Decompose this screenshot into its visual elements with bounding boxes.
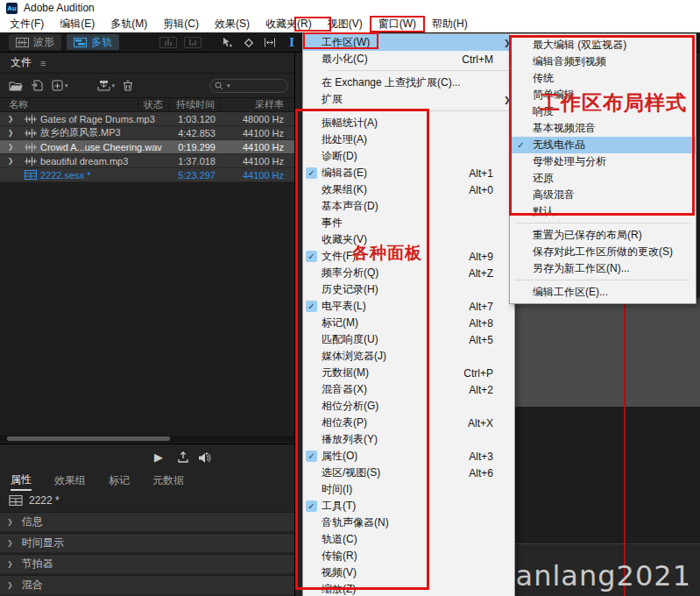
expand-chevron-icon[interactable]: ❯ xyxy=(0,115,21,123)
expand-chevron-icon[interactable]: ❯ xyxy=(0,143,21,151)
menu-item[interactable]: 频率分析(Q) Alt+Z xyxy=(303,265,514,281)
spectral-frequency-icon[interactable] xyxy=(159,37,177,48)
menu-item[interactable]: 工具(T) xyxy=(303,498,514,514)
time-selection-tool-icon[interactable] xyxy=(263,35,277,49)
menu-item[interactable]: 事件 xyxy=(303,215,514,231)
menu-item[interactable]: 响度 xyxy=(510,103,696,120)
menu-item[interactable]: 匹配响度(U) Alt+5 xyxy=(303,331,514,348)
menu-item[interactable]: 效果组(K) Alt+0 xyxy=(303,181,514,198)
menu-item[interactable]: 时间(I) xyxy=(303,481,514,498)
file-row[interactable]: ❯ Gates of Rage Drums.mp3 1:03.120 48000… xyxy=(0,112,294,126)
expand-chevron-icon[interactable]: ❯ xyxy=(0,157,21,165)
menu-item[interactable]: 电平表(L) Alt+7 xyxy=(303,298,514,315)
menu-item[interactable]: 选区/视图(S) Alt+6 xyxy=(303,465,514,481)
menu-item[interactable]: 最大编辑 (双监视器) xyxy=(510,37,696,53)
panel-menu-icon[interactable]: ≡ xyxy=(40,58,46,68)
menu-item[interactable]: 保存对此工作区所做的更改(S) xyxy=(510,244,696,260)
file-row[interactable]: ❯ 2222.sesx * 5:23.297 44100 Hz xyxy=(0,168,294,182)
menubar-item[interactable]: 文件(F) xyxy=(2,17,52,32)
file-row[interactable]: ❯ beautiful dream.mp3 1:37.018 44100 Hz xyxy=(0,154,294,168)
menu-item[interactable]: 媒体浏览器(J) xyxy=(303,348,514,365)
column-duration[interactable]: 持续时间 xyxy=(170,98,221,111)
menu-item[interactable] xyxy=(328,110,511,111)
razor-tool-icon[interactable] xyxy=(241,35,255,49)
menu-item[interactable]: 编辑工作区(E)... xyxy=(510,284,696,301)
menu-item[interactable]: 默认 xyxy=(510,203,696,220)
menu-item[interactable]: 高级混音 xyxy=(510,187,696,203)
menu-item[interactable]: 编辑器(E) Alt+1 xyxy=(303,165,514,181)
menu-item[interactable]: 元数据(M) Ctrl+P xyxy=(303,365,514,381)
new-item-button[interactable]: ▾ xyxy=(52,80,68,91)
menu-item[interactable]: 重置为已保存的布局(R) xyxy=(510,227,696,244)
column-sample-rate[interactable]: 采样率 xyxy=(221,98,294,111)
expand-chevron-icon[interactable]: ❯ xyxy=(0,129,21,137)
menubar-item[interactable]: 剪辑(C) xyxy=(155,17,207,32)
save-session-button[interactable]: ▾ xyxy=(97,80,116,91)
collapsible-section[interactable]: ❯ 混合 xyxy=(0,575,294,594)
menubar-item[interactable]: 多轨(M) xyxy=(103,17,155,32)
move-tool-icon[interactable] xyxy=(219,35,233,49)
panel-tab[interactable]: 属性 xyxy=(11,471,32,491)
menu-item[interactable]: 诊断(D) xyxy=(303,148,514,165)
playhead-line[interactable] xyxy=(624,295,626,596)
multitrack-view-button[interactable]: 多轨 xyxy=(67,34,119,50)
menu-item[interactable]: 属性(O) Alt+3 xyxy=(303,448,514,465)
menu-item[interactable]: 在 Exchange 上查找扩展(C)... xyxy=(303,74,514,91)
ibeam-tool-icon[interactable]: I xyxy=(285,35,299,49)
menu-item[interactable]: 文件(F) Alt+9 xyxy=(303,248,514,265)
menu-item[interactable]: 基本视频混音 xyxy=(510,120,696,137)
trash-button[interactable] xyxy=(123,80,133,91)
menu-item[interactable]: 视频(V) xyxy=(303,564,514,581)
tab-files[interactable]: 文件 xyxy=(11,55,32,70)
play-button[interactable]: ▶ xyxy=(154,451,163,464)
menubar-item[interactable]: 窗口(W) xyxy=(371,17,424,32)
menu-item[interactable]: 批处理(A) xyxy=(303,131,514,148)
menu-item[interactable]: 简单编辑 xyxy=(510,87,696,103)
panel-tab[interactable]: 标记 xyxy=(109,471,130,491)
horizontal-scrollbar[interactable] xyxy=(0,436,294,442)
menu-item[interactable]: 音轨声像器(N) xyxy=(303,514,514,531)
column-name[interactable]: 名称 xyxy=(0,98,138,111)
spectral-pitch-icon[interactable] xyxy=(184,37,202,48)
menu-item[interactable]: 振幅统计(A) xyxy=(303,115,514,131)
menu-item[interactable]: 编辑音频到视频 xyxy=(510,53,696,70)
open-file-button[interactable] xyxy=(9,81,23,91)
menu-item[interactable]: 轨道(C) xyxy=(303,531,514,548)
file-row[interactable]: ❯ Crowd A...use Cheering.wav 0:19.299 44… xyxy=(0,140,294,154)
menu-item[interactable]: 传输(R) xyxy=(303,548,514,564)
menu-item[interactable]: 相位分析(G) xyxy=(303,398,514,415)
menubar-item[interactable]: 编辑(E) xyxy=(52,17,103,32)
menubar-item[interactable]: 收藏夹(R) xyxy=(258,17,320,32)
menu-item[interactable]: 传统 xyxy=(510,70,696,87)
menu-item[interactable]: 无线电作品 xyxy=(510,137,696,153)
menu-item[interactable]: 标记(M) Alt+8 xyxy=(303,315,514,331)
collapsible-section[interactable]: ❯ 时间显示 xyxy=(0,533,294,552)
menu-item[interactable]: 缩放(Z) xyxy=(303,581,514,596)
menu-item[interactable]: 相位表(P) Alt+X xyxy=(303,415,514,431)
menu-item[interactable]: 混音器(X) Alt+2 xyxy=(303,381,514,398)
menu-item[interactable] xyxy=(515,223,690,224)
menu-item[interactable]: 最小化(C) Ctrl+M xyxy=(303,51,514,67)
search-input[interactable]: ▾ xyxy=(209,79,288,93)
collapsible-section[interactable]: ❯ 节拍器 xyxy=(0,554,294,573)
menubar-item[interactable]: 效果(S) xyxy=(207,17,258,32)
menu-item[interactable] xyxy=(515,280,690,280)
menubar-item[interactable]: 帮助(H) xyxy=(424,17,476,32)
export-button[interactable] xyxy=(177,451,189,467)
column-status[interactable]: 状态 xyxy=(138,98,170,111)
scrollbar-thumb[interactable] xyxy=(7,436,170,441)
menu-item[interactable]: 收藏夹(V) xyxy=(303,231,514,248)
collapsible-section[interactable]: ❯ 信息 xyxy=(0,512,294,531)
waveform-view-button[interactable]: 波形 xyxy=(9,34,61,50)
speaker-icon[interactable] xyxy=(198,451,213,467)
menu-item[interactable]: 工作区(W) xyxy=(303,34,514,51)
menu-item[interactable]: 扩展 xyxy=(303,91,514,108)
track-area[interactable] xyxy=(515,297,700,407)
menu-item[interactable]: 另存为新工作区(N)... xyxy=(510,260,696,277)
menu-item[interactable]: 播放列表(Y) xyxy=(303,431,514,448)
menu-item[interactable]: 历史记录(H) xyxy=(303,281,514,298)
panel-tab[interactable]: 效果组 xyxy=(54,471,86,491)
menu-item[interactable] xyxy=(328,70,511,71)
panel-tab[interactable]: 元数据 xyxy=(152,471,184,491)
menu-item[interactable]: 还原 xyxy=(510,170,696,187)
